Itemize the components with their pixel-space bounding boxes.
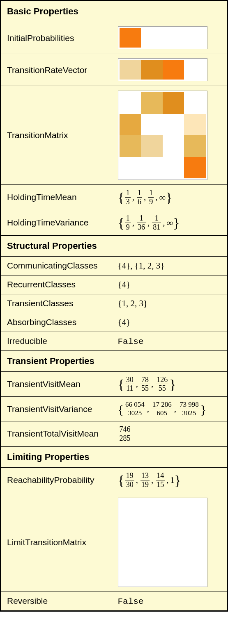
label-transition-matrix: TransitionMatrix xyxy=(1,86,112,185)
value-absorbing-classes: {4} xyxy=(112,313,227,332)
value-reachability-probability: { 1930, 1319, 1415, 1 } xyxy=(112,467,227,493)
label-recurrent-classes: RecurrentClasses xyxy=(1,275,112,294)
transition-matrix-heatmap xyxy=(118,91,207,180)
label-holding-time-variance: HoldingTimeVariance xyxy=(1,210,112,235)
label-transient-classes: TransientClasses xyxy=(1,294,112,313)
label-holding-time-mean: HoldingTimeMean xyxy=(1,185,112,210)
label-irreducible: Irreducible xyxy=(1,332,112,350)
value-limit-transition-matrix xyxy=(112,493,227,592)
value-transient-visit-mean: { 3011, 7855, 12655 } xyxy=(112,371,227,397)
label-transition-rate-vector: TransitionRateVector xyxy=(1,54,112,86)
value-reversible: False xyxy=(118,597,144,606)
section-transient: Transient Properties xyxy=(1,350,227,371)
label-transient-total-visit-mean: TransientTotalVisitMean xyxy=(1,421,112,447)
value-irreducible: False xyxy=(118,337,144,346)
label-limit-transition-matrix: LimitTransitionMatrix xyxy=(1,493,112,592)
section-basic: Basic Properties xyxy=(1,1,227,22)
properties-panel: Basic Properties InitialProbabilities Tr… xyxy=(0,0,228,612)
value-transition-matrix xyxy=(112,86,227,185)
value-transient-visit-variance: { 66 0543025, 17 286605, 73 9983025 } xyxy=(112,397,227,421)
label-absorbing-classes: AbsorbingClasses xyxy=(1,313,112,332)
label-transient-visit-variance: TransientVisitVariance xyxy=(1,397,112,421)
value-transient-total-visit-mean: 746285 xyxy=(112,421,227,447)
value-communicating-classes: {4}, {1, 2, 3} xyxy=(112,256,227,275)
value-transition-rate-vector xyxy=(112,54,227,86)
value-holding-time-mean: { 13, 16, 19, ∞ } xyxy=(112,185,227,210)
label-transient-visit-mean: TransientVisitMean xyxy=(1,371,112,397)
transition-rate-vector-heatmap xyxy=(118,58,207,81)
value-initial-probabilities xyxy=(112,22,227,54)
properties-table: Basic Properties InitialProbabilities Tr… xyxy=(1,1,227,611)
limit-transition-matrix-heatmap xyxy=(118,498,207,587)
value-holding-time-variance: { 19, 136, 181, ∞ } xyxy=(112,210,227,235)
label-communicating-classes: CommunicatingClasses xyxy=(1,256,112,275)
label-initial-probabilities: InitialProbabilities xyxy=(1,22,112,54)
value-transient-classes: {1, 2, 3} xyxy=(112,294,227,313)
initial-probabilities-heatmap xyxy=(118,26,207,49)
section-limiting: Limiting Properties xyxy=(1,446,227,467)
section-structural: Structural Properties xyxy=(1,235,227,256)
label-reversible: Reversible xyxy=(1,592,112,610)
label-reachability-probability: ReachabilityProbability xyxy=(1,467,112,493)
value-recurrent-classes: {4} xyxy=(112,275,227,294)
